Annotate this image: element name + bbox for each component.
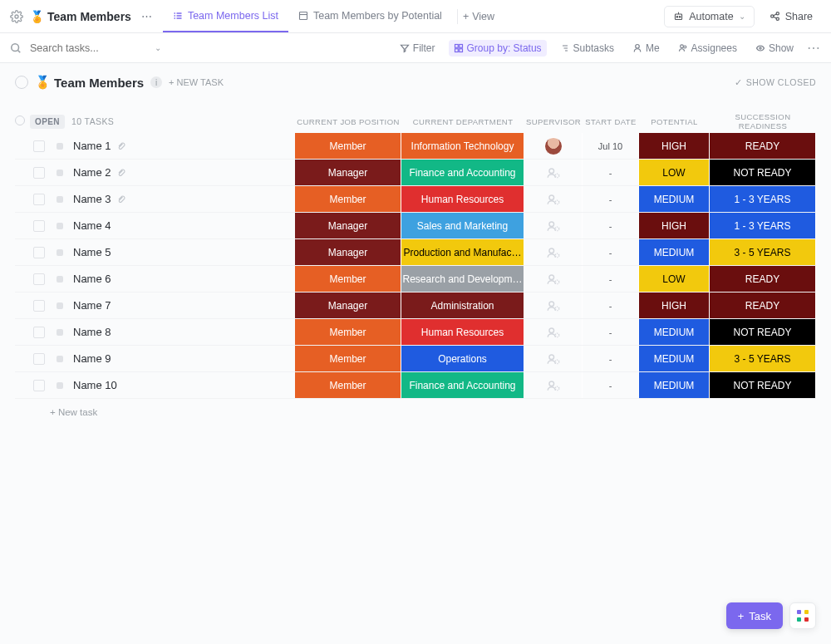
cell-supervisor[interactable] — [524, 346, 583, 371]
cell-potential[interactable]: HIGH — [639, 293, 710, 318]
col-succession[interactable]: SUCCESSION READINESS — [710, 112, 816, 130]
cell-succession[interactable]: NOT READY — [710, 160, 816, 185]
col-position[interactable]: CURRENT JOB POSITION — [295, 117, 401, 126]
assign-supervisor-icon[interactable] — [546, 272, 561, 287]
assign-supervisor-icon[interactable] — [546, 165, 561, 180]
task-name[interactable]: Name 4 — [73, 219, 111, 232]
cell-supervisor[interactable] — [524, 133, 583, 159]
cell-supervisor[interactable] — [524, 239, 583, 265]
cell-potential[interactable]: MEDIUM — [639, 239, 710, 265]
table-row[interactable]: Name 7ManagerAdministration-HIGHREADY — [15, 293, 816, 319]
table-row[interactable]: Name 10MemberFinance and Accounting-MEDI… — [15, 372, 816, 399]
cell-department[interactable]: Research and Developm… — [401, 266, 524, 292]
status-dot-icon[interactable] — [57, 382, 63, 389]
cell-succession[interactable]: NOT READY — [710, 372, 816, 398]
cell-supervisor[interactable] — [524, 186, 583, 212]
new-task-fab[interactable]: + Task — [726, 602, 783, 629]
avatar[interactable] — [544, 137, 563, 155]
task-name[interactable]: Name 8 — [73, 326, 111, 338]
cell-supervisor[interactable] — [524, 372, 583, 398]
cell-startdate[interactable]: - — [583, 372, 639, 398]
add-view-button[interactable]: + View — [463, 11, 494, 22]
task-name[interactable]: Name 9 — [73, 352, 111, 365]
task-name[interactable]: Name 7 — [73, 299, 111, 312]
apps-button[interactable] — [789, 602, 816, 629]
cell-department[interactable]: Finance and Accounting — [401, 372, 524, 398]
assign-supervisor-icon[interactable] — [546, 298, 561, 313]
cell-position[interactable]: Manager — [295, 160, 401, 185]
filter-button[interactable]: Filter — [395, 40, 440, 57]
row-checkbox[interactable] — [33, 220, 45, 232]
col-supervisor[interactable]: SUPERVISOR — [524, 117, 583, 126]
cell-startdate[interactable]: - — [583, 239, 639, 265]
cell-supervisor[interactable] — [524, 293, 583, 318]
cell-potential[interactable]: MEDIUM — [639, 319, 710, 345]
status-pill[interactable]: OPEN — [30, 115, 65, 129]
cell-department[interactable]: Operations — [401, 346, 524, 371]
cell-department[interactable]: Sales and Marketing — [401, 213, 524, 238]
table-row[interactable]: Name 4ManagerSales and Marketing-HIGH1 -… — [15, 213, 816, 239]
bulk-check[interactable] — [15, 116, 30, 127]
row-checkbox[interactable] — [33, 380, 45, 391]
table-row[interactable]: Name 3MemberHuman Resources-MEDIUM1 - 3 … — [15, 186, 816, 213]
table-row[interactable]: Name 1MemberInformation TechnologyJul 10… — [15, 133, 816, 160]
status-circle-icon[interactable] — [15, 76, 28, 89]
task-name[interactable]: Name 2 — [73, 166, 111, 179]
table-row[interactable]: Name 5ManagerProduction and Manufac…-MED… — [15, 239, 816, 266]
cell-position[interactable]: Member — [295, 372, 401, 398]
cell-succession[interactable]: READY — [710, 293, 816, 318]
cell-succession[interactable]: 3 - 5 YEARS — [710, 239, 816, 265]
cell-supervisor[interactable] — [524, 160, 583, 185]
col-startdate[interactable]: START DATE — [583, 117, 639, 126]
assign-supervisor-icon[interactable] — [546, 325, 561, 340]
cell-succession[interactable]: 3 - 5 YEARS — [710, 346, 816, 371]
col-potential[interactable]: POTENTIAL — [639, 117, 710, 126]
task-name[interactable]: Name 5 — [73, 246, 111, 258]
tab-potential[interactable]: Team Members by Potential — [288, 0, 452, 32]
cell-succession[interactable]: NOT READY — [710, 319, 816, 345]
table-row[interactable]: Name 2ManagerFinance and Accounting-LOWN… — [15, 160, 816, 186]
status-dot-icon[interactable] — [57, 356, 63, 362]
cell-potential[interactable]: LOW — [639, 160, 710, 185]
new-task-row[interactable]: + New task — [15, 399, 816, 417]
status-dot-icon[interactable] — [57, 170, 63, 176]
row-checkbox[interactable] — [33, 327, 45, 338]
cell-potential[interactable]: LOW — [639, 266, 710, 292]
row-checkbox[interactable] — [33, 273, 45, 285]
show-closed-button[interactable]: ✓ SHOW CLOSED — [735, 77, 816, 87]
cell-succession[interactable]: 1 - 3 YEARS — [710, 213, 816, 238]
settings-icon[interactable] — [10, 10, 23, 23]
cell-position[interactable]: Manager — [295, 213, 401, 238]
cell-position[interactable]: Manager — [295, 293, 401, 318]
cell-position[interactable]: Member — [295, 186, 401, 212]
task-name[interactable]: Name 6 — [73, 273, 111, 285]
cell-succession[interactable]: READY — [710, 266, 816, 292]
col-department[interactable]: CURRENT DEPARTMENT — [401, 117, 524, 126]
cell-startdate[interactable]: - — [583, 160, 639, 185]
table-row[interactable]: Name 6MemberResearch and Developm…-LOWRE… — [15, 266, 816, 293]
cell-startdate[interactable]: Jul 10 — [583, 133, 639, 159]
status-dot-icon[interactable] — [57, 276, 63, 283]
status-dot-icon[interactable] — [57, 302, 63, 309]
attachment-icon[interactable] — [116, 194, 126, 204]
share-button[interactable]: Share — [761, 7, 821, 27]
automate-button[interactable]: Automate ⌄ — [664, 6, 755, 27]
cell-supervisor[interactable] — [524, 319, 583, 345]
cell-startdate[interactable]: - — [583, 213, 639, 238]
cell-succession[interactable]: 1 - 3 YEARS — [710, 186, 816, 212]
attachment-icon[interactable] — [116, 141, 126, 151]
cell-startdate[interactable]: - — [583, 266, 639, 292]
cell-position[interactable]: Manager — [295, 239, 401, 265]
me-button[interactable]: Me — [627, 40, 665, 57]
subtasks-button[interactable]: Subtasks — [555, 40, 619, 57]
row-checkbox[interactable] — [33, 247, 45, 258]
new-task-link[interactable]: + NEW TASK — [169, 77, 224, 87]
row-checkbox[interactable] — [33, 167, 45, 179]
cell-potential[interactable]: MEDIUM — [639, 346, 710, 371]
cell-department[interactable]: Finance and Accounting — [401, 160, 524, 185]
task-name[interactable]: Name 10 — [73, 379, 117, 391]
status-dot-icon[interactable] — [57, 223, 63, 229]
cell-department[interactable]: Human Resources — [401, 186, 524, 212]
cell-department[interactable]: Administration — [401, 293, 524, 318]
assign-supervisor-icon[interactable] — [546, 219, 561, 234]
